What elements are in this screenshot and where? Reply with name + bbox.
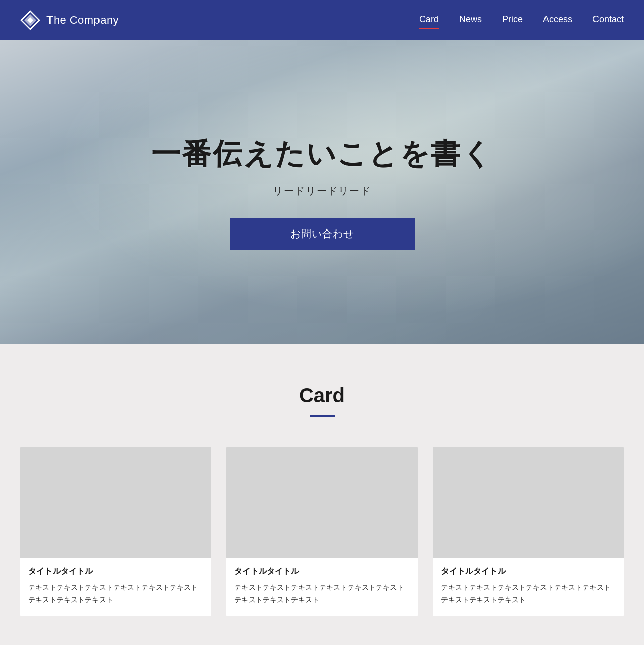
hero-content: 一番伝えたいことを書く リードリードリード お問い合わせ	[151, 134, 493, 250]
nav-card[interactable]: Card	[419, 14, 439, 27]
card-2-title: タイトルタイトル	[234, 566, 409, 577]
cards-grid: タイトルタイトル テキストテキストテキストテキストテキストテキストテキストテキス…	[20, 447, 624, 616]
logo[interactable]: The Company	[20, 10, 119, 30]
card-3: タイトルタイトル テキストテキストテキストテキストテキストテキストテキストテキス…	[433, 447, 624, 616]
section-divider	[310, 415, 335, 417]
hero-heading: 一番伝えたいことを書く	[151, 134, 493, 174]
card-3-body: タイトルタイトル テキストテキストテキストテキストテキストテキストテキストテキス…	[433, 558, 624, 616]
main-nav: Card News Price Access Contact	[419, 14, 624, 27]
card-2: タイトルタイトル テキストテキストテキストテキストテキストテキストテキストテキス…	[226, 447, 417, 616]
hero-cta-button[interactable]: お問い合わせ	[230, 218, 415, 250]
card-3-image	[433, 447, 624, 558]
card-1-body: タイトルタイトル テキストテキストテキストテキストテキストテキストテキストテキス…	[20, 558, 211, 616]
card-2-body: タイトルタイトル テキストテキストテキストテキストテキストテキストテキストテキス…	[226, 558, 417, 616]
nav-news[interactable]: News	[459, 14, 482, 27]
nav-price[interactable]: Price	[502, 14, 523, 27]
site-header: The Company Card News Price Access Conta…	[0, 0, 644, 40]
logo-icon	[20, 10, 40, 30]
card-1-text: テキストテキストテキストテキストテキストテキストテキストテキストテキスト	[28, 582, 203, 606]
hero-lead: リードリードリード	[151, 184, 493, 198]
card-1: タイトルタイトル テキストテキストテキストテキストテキストテキストテキストテキス…	[20, 447, 211, 616]
card-2-text: テキストテキストテキストテキストテキストテキストテキストテキストテキスト	[234, 582, 409, 606]
card-2-image	[226, 447, 417, 558]
nav-contact[interactable]: Contact	[592, 14, 624, 27]
card-section: Card タイトルタイトル テキストテキストテキストテキストテキストテキストテキ…	[0, 344, 644, 645]
section-title: Card	[20, 384, 624, 407]
card-1-title: タイトルタイトル	[28, 566, 203, 577]
nav-access[interactable]: Access	[543, 14, 572, 27]
card-3-text: テキストテキストテキストテキストテキストテキストテキストテキストテキスト	[441, 582, 616, 606]
hero-section: 一番伝えたいことを書く リードリードリード お問い合わせ	[0, 40, 644, 344]
card-3-title: タイトルタイトル	[441, 566, 616, 577]
section-header: Card	[20, 384, 624, 417]
card-1-image	[20, 447, 211, 558]
logo-text: The Company	[46, 14, 119, 27]
